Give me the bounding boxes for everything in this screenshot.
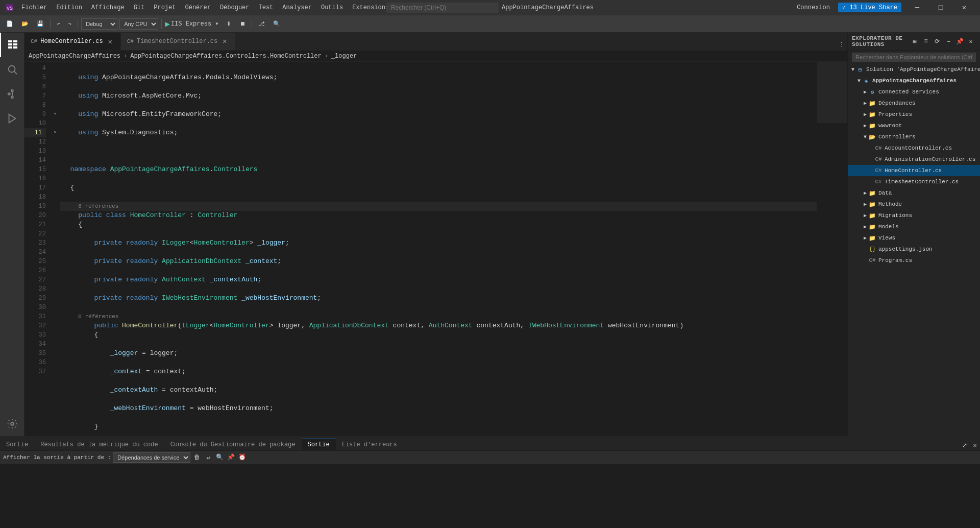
se-more-btn[interactable]: ⋯ <box>943 36 953 46</box>
fold-9[interactable]: ⌄ <box>50 108 60 117</box>
bottom-tab-sortie-1[interactable]: Sortie <box>0 439 34 450</box>
breadcrumb-part-2[interactable]: AppPointageChargeAffaires.Controllers.Ho… <box>130 53 321 60</box>
close-button[interactable]: ✕ <box>952 0 976 15</box>
tree-controllers-folder[interactable]: ▼ 📂 Controllers <box>848 131 980 142</box>
tree-methode[interactable]: ▶ 📁 Methode <box>848 199 980 210</box>
tree-migrations[interactable]: ▶ 📁 Migrations <box>848 210 980 221</box>
fold-11[interactable]: ⌄ <box>50 126 60 135</box>
tree-views[interactable]: ▶ 📁 Views <box>848 232 980 244</box>
bottom-tab-nuget[interactable]: Console du Gestionnaire de package <box>164 439 302 450</box>
se-collapse-btn[interactable]: ⊞ <box>910 36 920 46</box>
tree-models[interactable]: ▶ 📁 Models <box>848 221 980 232</box>
config-dropdown[interactable]: Debug Release <box>81 18 117 30</box>
minimize-button[interactable]: ─ <box>905 0 929 15</box>
git-button[interactable]: ⎇ <box>255 19 268 28</box>
solution-explorer: Explorateur de solutions ⊞ ≡ ⟳ ⋯ 📌 ✕ ▼ ⊟ <box>847 33 980 436</box>
menu-item-git[interactable]: Git <box>130 2 149 13</box>
breadcrumb-part-1[interactable]: AppPointageChargeAffaires <box>29 53 120 60</box>
tab-homecontroller[interactable]: C# HomeController.cs ✕ <box>24 33 121 50</box>
bottom-tab-errors[interactable]: Liste d'erreurs <box>336 439 403 450</box>
tree-data[interactable]: ▶ 📁 Data <box>848 187 980 199</box>
se-close-btn[interactable]: ✕ <box>966 36 976 46</box>
play-button[interactable]: ▶ IIS Express ▾ <box>165 19 218 29</box>
tab-split-button[interactable]: ⋮ <box>836 39 847 50</box>
se-sync-btn[interactable]: ⟳ <box>932 36 942 46</box>
tree-timesheet-controller[interactable]: ▶ C# TimesheetController.cs <box>848 176 980 187</box>
tab-homecontroller-close[interactable]: ✕ <box>106 37 114 45</box>
output-find-btn[interactable]: 🔍 <box>215 453 224 462</box>
bottom-tab-metrics[interactable]: Résultats de la métrique du code <box>34 439 164 450</box>
pause-button[interactable]: ⏸ <box>223 19 235 28</box>
ln-8: 8 <box>24 101 46 110</box>
tab-timesheetcontroller[interactable]: C# TimesheetController.cs ✕ <box>121 33 236 50</box>
svg-point-5 <box>11 97 13 99</box>
code-line-6: using Microsoft.EntityFrameworkCore; <box>60 110 817 119</box>
menu-item-affichage[interactable]: Affichage <box>87 2 129 13</box>
new-file-button[interactable]: 📄 <box>3 19 16 28</box>
connection-button[interactable]: Connexion <box>793 2 834 13</box>
save-button[interactable]: 💾 <box>34 19 47 28</box>
ln-26: 26 <box>24 266 46 275</box>
svg-text:VS: VS <box>7 6 13 11</box>
menu-item-edition[interactable]: Edition <box>52 2 86 13</box>
arrow-program: ▶ <box>862 257 868 263</box>
arrow-ts: ▶ <box>868 179 874 185</box>
tree-project[interactable]: ▼ ◈ AppPointageChargeAffaires <box>848 75 980 86</box>
ln-17: 17 <box>24 183 46 193</box>
open-file-button[interactable]: 📂 <box>18 19 32 28</box>
code-line-20: _context = context; <box>60 367 817 376</box>
live-share-button[interactable]: ✓ 13 Live Share <box>838 3 901 12</box>
tree-admin-controller[interactable]: ▶ C# AdministrationController.cs <box>848 154 980 165</box>
menu-item-analyser[interactable]: Analyser <box>278 2 316 13</box>
bottom-panel-close-btn[interactable]: ✕ <box>970 440 980 450</box>
icon-wwwroot: 📁 <box>868 122 876 130</box>
menu-item-générer[interactable]: Générer <box>181 2 214 13</box>
minimap-viewport <box>817 62 847 123</box>
redo-button[interactable]: ↷ <box>65 19 75 28</box>
menu-item-test[interactable]: Test <box>255 2 278 13</box>
tree-connected-services[interactable]: ▶ ⚙ Connected Services <box>848 86 980 98</box>
search-toolbar-button[interactable]: 🔍 <box>270 19 283 28</box>
output-wrap-btn[interactable]: ↵ <box>204 453 213 462</box>
tab-timesheetcontroller-close[interactable]: ✕ <box>220 37 229 45</box>
settings-activity-btn[interactable] <box>0 412 24 436</box>
search-input[interactable] <box>386 3 499 13</box>
git-activity-btn[interactable] <box>0 82 24 106</box>
menu-item-déboguer[interactable]: Déboguer <box>216 2 254 13</box>
se-pin-btn[interactable]: 📌 <box>954 36 965 46</box>
tree-home-controller[interactable]: ▶ C# HomeController.cs <box>848 165 980 176</box>
tree-solution[interactable]: ▼ ⊟ Solution 'AppPointageChargeAffaires'… <box>848 64 980 75</box>
tree-program[interactable]: ▶ C# Program.cs <box>848 255 980 266</box>
search-activity-btn[interactable] <box>0 57 24 82</box>
run-activity-btn[interactable] <box>0 106 24 131</box>
arrow-data: ▶ <box>862 190 868 196</box>
tree-dependances[interactable]: ▶ 📁 Dépendances <box>848 98 980 109</box>
platform-dropdown[interactable]: Any CPU x64 <box>119 18 158 30</box>
explorer-activity-btn[interactable] <box>0 33 24 57</box>
restore-button[interactable]: □ <box>929 0 952 15</box>
menu-item-projet[interactable]: Projet <box>150 2 180 13</box>
stop-button[interactable]: ⏹ <box>237 19 249 28</box>
tree-appsettings[interactable]: ▶ {} appsettings.json <box>848 244 980 255</box>
code-content[interactable]: using AppPointageChargeAffaires.Models.M… <box>60 62 817 436</box>
tree-account-controller[interactable]: ▶ C# AccountController.cs <box>848 142 980 154</box>
se-filter-btn[interactable]: ≡ <box>921 36 931 46</box>
label-dependances: Dépendances <box>878 100 916 106</box>
output-pin-btn[interactable]: 📌 <box>226 453 235 462</box>
label-properties: Properties <box>878 111 912 117</box>
tree-wwwroot[interactable]: ▶ 📁 wwwroot <box>848 120 980 131</box>
bottom-panel-float-btn[interactable]: ⤢ <box>960 440 970 450</box>
menu-item-outils[interactable]: Outils <box>317 2 347 13</box>
output-clear-btn[interactable]: 🗑 <box>192 453 202 462</box>
bottom-panel: Sortie Résultats de la métrique du code … <box>0 436 980 528</box>
ln-23: 23 <box>24 238 46 248</box>
arrow-project: ▼ <box>856 78 862 84</box>
menu-item-fichier[interactable]: Fichier <box>17 2 51 13</box>
breadcrumb-part-3[interactable]: _logger <box>331 53 357 60</box>
bottom-tab-sortie-2[interactable]: Sortie <box>302 439 336 450</box>
output-source-select[interactable]: Dépendances de service Générer Débogage <box>113 452 190 463</box>
undo-button[interactable]: ↶ <box>54 19 63 28</box>
output-clock-btn[interactable]: ⏰ <box>237 453 247 462</box>
se-search-input[interactable] <box>852 53 976 62</box>
tree-properties[interactable]: ▶ 📁 Properties <box>848 109 980 120</box>
